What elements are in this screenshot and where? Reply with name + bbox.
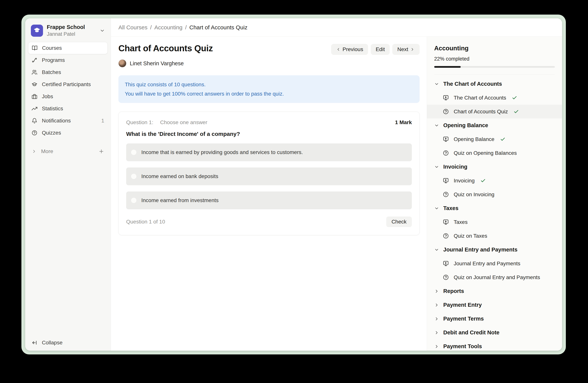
lesson-video-icon bbox=[443, 178, 449, 184]
quiz-icon bbox=[443, 192, 449, 197]
answer-option-1[interactable]: Income that is earned by providing goods… bbox=[126, 143, 412, 161]
sidebar-item-jobs[interactable]: Jobs bbox=[28, 91, 108, 103]
school-switcher[interactable]: Frappe School Jannat Patel bbox=[28, 22, 108, 42]
sidebar-item-quizzes[interactable]: Quizzes bbox=[28, 127, 108, 139]
breadcrumb-current: Chart of Accounts Quiz bbox=[189, 24, 248, 31]
instruction-line: This quiz consists of 10 questions. bbox=[125, 80, 413, 89]
outline-section-invoicing[interactable]: Invoicing bbox=[427, 160, 562, 174]
outline-quiz-chart-of-accounts-quiz[interactable]: Chart of Accounts Quiz bbox=[427, 105, 562, 118]
outline-lesson-invoicing[interactable]: Invoicing bbox=[427, 174, 562, 188]
breadcrumb-separator: / bbox=[185, 24, 187, 31]
chevron-right-icon bbox=[410, 47, 415, 52]
edit-button[interactable]: Edit bbox=[371, 44, 390, 55]
previous-button[interactable]: Previous bbox=[331, 44, 368, 55]
course-outline-panel: Accounting 22% completed The Chart of Ac… bbox=[427, 37, 562, 351]
sidebar-item-label: Quizzes bbox=[42, 130, 61, 136]
outline-quiz-invoicing[interactable]: Quiz on Invoicing bbox=[427, 188, 562, 201]
collapse-sidebar-button[interactable]: Collapse bbox=[28, 340, 108, 346]
answer-option-label: Income earned from investments bbox=[141, 197, 219, 203]
graduation-cap-icon bbox=[32, 81, 37, 87]
page-title: Chart of Accounts Quiz bbox=[118, 43, 213, 53]
chevron-down-icon bbox=[434, 123, 439, 128]
quiz-icon bbox=[443, 150, 449, 156]
lesson-video-icon bbox=[443, 95, 449, 101]
chevron-down-icon bbox=[434, 164, 439, 169]
answer-option-2[interactable]: Income earned on bank deposits bbox=[126, 168, 412, 185]
chevron-down-icon bbox=[100, 28, 105, 33]
sidebar-item-programs[interactable]: Programs bbox=[28, 54, 108, 66]
outline-quiz-journal-entry-and-payments[interactable]: Quiz on Journal Entry and Payments bbox=[427, 270, 562, 284]
quiz-main-panel: Chart of Accounts Quiz Previous Edit Nex… bbox=[111, 37, 427, 351]
lesson-video-icon bbox=[443, 219, 449, 225]
outline-quiz-opening-balances[interactable]: Quiz on Opening Balances bbox=[427, 146, 562, 160]
outline-section-debit-and-credit-note[interactable]: Debit and Credit Note bbox=[427, 326, 562, 340]
breadcrumb: All Courses / Accounting / Chart of Acco… bbox=[118, 24, 247, 31]
radio-button[interactable] bbox=[131, 198, 136, 203]
outline-section-taxes[interactable]: Taxes bbox=[427, 201, 562, 215]
sidebar-item-more[interactable]: More bbox=[28, 145, 108, 157]
outline-lesson-taxes[interactable]: Taxes bbox=[427, 215, 562, 229]
outline-section-opening-balance[interactable]: Opening Balance bbox=[427, 118, 562, 132]
answer-option-3[interactable]: Income earned from investments bbox=[126, 192, 412, 209]
course-progress-label: 22% completed bbox=[434, 56, 555, 62]
book-open-icon bbox=[32, 45, 38, 51]
frappe-school-app: Frappe School Jannat Patel Courses Progr… bbox=[25, 18, 562, 351]
sidebar-item-label: Courses bbox=[42, 45, 62, 51]
answer-option-label: Income that is earned by providing goods… bbox=[141, 149, 303, 155]
course-title: Accounting bbox=[434, 45, 555, 52]
trending-up-icon bbox=[32, 106, 37, 112]
question-marks: 1 Mark bbox=[395, 119, 412, 125]
outline-lesson-opening-balance[interactable]: Opening Balance bbox=[427, 132, 562, 146]
next-button[interactable]: Next bbox=[392, 44, 420, 55]
route-icon bbox=[32, 57, 37, 63]
outline-section-chart-of-accounts[interactable]: The Chart of Accounts bbox=[427, 77, 562, 91]
top-header: All Courses / Accounting / Chart of Acco… bbox=[111, 18, 562, 37]
radio-button[interactable] bbox=[131, 150, 136, 155]
collapse-left-icon bbox=[32, 340, 37, 345]
sidebar-item-batches[interactable]: Batches bbox=[28, 66, 108, 78]
sidebar-item-label: Batches bbox=[42, 69, 61, 75]
lesson-video-icon bbox=[443, 136, 449, 142]
outline-quiz-taxes[interactable]: Quiz on Taxes bbox=[427, 229, 562, 243]
outline-section-payment-terms[interactable]: Payment Terms bbox=[427, 312, 562, 326]
chevron-right-icon bbox=[434, 316, 439, 321]
quiz-instructions-banner: This quiz consists of 10 questions. You … bbox=[118, 75, 420, 103]
outline-section-payment-tools[interactable]: Payment Tools bbox=[427, 340, 562, 351]
briefcase-icon bbox=[32, 94, 37, 99]
course-progress-fill bbox=[434, 66, 461, 68]
breadcrumb-accounting[interactable]: Accounting bbox=[154, 24, 182, 31]
breadcrumb-separator: / bbox=[150, 24, 151, 31]
sidebar-item-notifications[interactable]: Notifications 1 bbox=[28, 115, 108, 127]
outline-section-journal-entry-and-payments[interactable]: Journal Entry and Payments bbox=[427, 243, 562, 257]
radio-button[interactable] bbox=[131, 174, 136, 179]
course-outline-list: The Chart of Accounts The Chart of Accou… bbox=[427, 75, 562, 351]
answer-option-label: Income earned on bank deposits bbox=[141, 173, 218, 179]
school-name: Frappe School bbox=[47, 24, 85, 30]
sidebar-item-label: Jobs bbox=[42, 94, 53, 99]
user-name: Jannat Patel bbox=[47, 31, 85, 37]
chevron-down-icon bbox=[434, 206, 439, 211]
chevron-right-icon bbox=[434, 303, 439, 307]
collapse-label: Collapse bbox=[42, 340, 63, 346]
breadcrumb-all-courses[interactable]: All Courses bbox=[118, 24, 147, 31]
question-instruction: Choose one answer bbox=[160, 119, 207, 125]
author-row: Linet Sherin Varghese bbox=[118, 59, 420, 67]
sidebar-item-courses[interactable]: Courses bbox=[28, 42, 108, 54]
chevron-right-icon bbox=[434, 344, 439, 349]
check-answer-button[interactable]: Check bbox=[386, 216, 412, 227]
author-avatar bbox=[118, 59, 126, 67]
chevron-right-icon bbox=[434, 330, 439, 335]
sidebar-item-certified-participants[interactable]: Certified Participants bbox=[28, 78, 108, 91]
outline-lesson-journal-entry-and-payments[interactable]: Journal Entry and Payments bbox=[427, 257, 562, 270]
course-progress-bar bbox=[434, 66, 555, 68]
sidebar-item-label: Certified Participants bbox=[42, 81, 91, 87]
bell-icon bbox=[32, 118, 37, 124]
frappe-school-logo bbox=[31, 25, 43, 37]
instruction-line: You will have to get 100% correct answer… bbox=[125, 89, 413, 98]
outline-section-reports[interactable]: Reports bbox=[427, 284, 562, 298]
plus-icon[interactable] bbox=[99, 149, 104, 154]
notifications-count-badge: 1 bbox=[101, 118, 104, 124]
sidebar-item-statistics[interactable]: Statistics bbox=[28, 103, 108, 115]
outline-section-payment-entry[interactable]: Payment Entry bbox=[427, 298, 562, 312]
outline-lesson-the-chart-of-accounts[interactable]: The Chart of Accounts bbox=[427, 91, 562, 105]
